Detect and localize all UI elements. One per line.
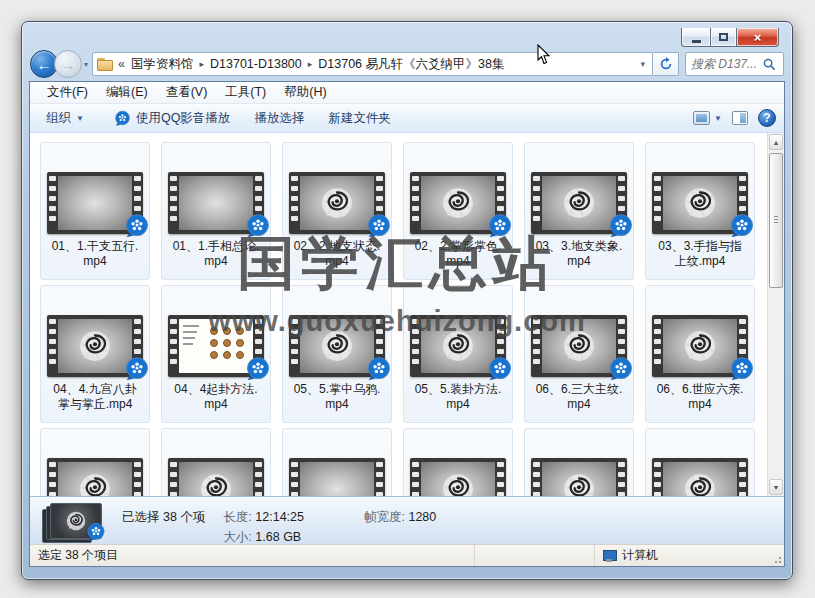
video-thumbnail bbox=[47, 172, 143, 234]
qq-player-badge-icon bbox=[366, 356, 392, 382]
file-name: 04、4.九宫八卦掌与掌丘.mp4 bbox=[42, 382, 148, 412]
spiral-art-icon bbox=[195, 468, 237, 496]
qq-player-badge-icon bbox=[86, 522, 106, 542]
file-item[interactable]: 05、5.装卦方法.mp4 bbox=[403, 285, 513, 423]
file-name: 02、2.地支状态.mp4 bbox=[284, 239, 390, 269]
thumbnail-frame bbox=[179, 462, 253, 496]
thumbnail-frame bbox=[542, 319, 616, 373]
thumbnail-frame bbox=[300, 319, 374, 373]
file-item[interactable]: 03、3.手指与指上纹.mp4 bbox=[645, 142, 755, 280]
refresh-icon bbox=[659, 57, 673, 71]
file-item[interactable]: 02、2.掌形掌色.mp4 bbox=[403, 142, 513, 280]
file-item[interactable]: 03、3.地支类象.mp4 bbox=[524, 142, 634, 280]
file-item[interactable]: 06、6.三大主纹.mp4 bbox=[524, 285, 634, 423]
filmstrip-holes-left bbox=[410, 315, 421, 377]
forward-button[interactable]: → bbox=[54, 50, 82, 78]
scroll-up-button[interactable]: ▲ bbox=[769, 134, 783, 150]
menu-help[interactable]: 帮助(H) bbox=[275, 82, 335, 103]
recent-pages-dropdown[interactable]: ▾ bbox=[84, 60, 88, 69]
menu-view[interactable]: 查看(V) bbox=[157, 82, 217, 103]
resize-grip[interactable] bbox=[772, 554, 782, 564]
file-name: 06、6.世应六亲.mp4 bbox=[647, 382, 753, 412]
video-thumbnail bbox=[531, 315, 627, 377]
selection-properties: 长度: 12:14:25 大小: 1.68 GB 帧宽度: 1280 bbox=[223, 503, 436, 549]
help-button[interactable]: ? bbox=[758, 109, 776, 127]
file-item[interactable]: 01、1.干支五行.mp4 bbox=[40, 142, 150, 280]
command-toolbar: 组织 ▼ 使用QQ影音播放 播放选择 新建文件夹 ▼ ? bbox=[30, 104, 784, 133]
search-box[interactable] bbox=[685, 52, 784, 76]
play-selection-button[interactable]: 播放选择 bbox=[246, 107, 312, 130]
menu-tools[interactable]: 工具(T) bbox=[216, 82, 275, 103]
length-label: 长度: bbox=[223, 510, 251, 524]
menu-edit[interactable]: 编辑(E) bbox=[97, 82, 157, 103]
file-item[interactable] bbox=[645, 428, 755, 496]
file-item[interactable] bbox=[40, 428, 150, 496]
organize-button[interactable]: 组织 ▼ bbox=[38, 107, 92, 130]
explorer-window: × ← → ▾ « 国学资料馆 ▸ D13701-D13800 ▸ D13706… bbox=[21, 21, 793, 580]
filmstrip-holes-left bbox=[47, 458, 58, 496]
thumbnail-frame bbox=[421, 176, 495, 230]
new-folder-button[interactable]: 新建文件夹 bbox=[320, 107, 399, 130]
address-bar[interactable]: « 国学资料馆 ▸ D13701-D13800 ▸ D13706 易凡轩《六爻纳… bbox=[92, 52, 653, 76]
address-dropdown-icon[interactable]: ▾ bbox=[637, 59, 648, 69]
qq-player-badge-icon bbox=[245, 213, 271, 239]
file-name: 01、1.干支五行.mp4 bbox=[42, 239, 148, 269]
thumbnail-frame bbox=[179, 176, 253, 230]
breadcrumb-overflow[interactable]: « bbox=[118, 57, 125, 71]
file-item[interactable]: 05、5.掌中乌鸦.mp4 bbox=[282, 285, 392, 423]
filmstrip-holes-right bbox=[737, 458, 748, 496]
scrollbar-thumb[interactable] bbox=[769, 153, 783, 288]
video-thumbnail bbox=[410, 172, 506, 234]
refresh-button[interactable] bbox=[653, 52, 679, 76]
preview-pane-button[interactable] bbox=[732, 111, 748, 125]
minimize-button[interactable] bbox=[681, 28, 710, 47]
file-item[interactable]: 04、4.九宫八卦掌与掌丘.mp4 bbox=[40, 285, 150, 423]
search-input[interactable] bbox=[691, 57, 763, 71]
file-item[interactable]: 02、2.地支状态.mp4 bbox=[282, 142, 392, 280]
file-item[interactable] bbox=[161, 428, 271, 496]
navigation-bar: ← → ▾ « 国学资料馆 ▸ D13701-D13800 ▸ D13706 易… bbox=[30, 49, 784, 79]
video-thumbnail bbox=[47, 315, 143, 377]
file-grid: 01、1.干支五行.mp4 01、1.手相总论.mp4 02、2.地支状态.mp… bbox=[40, 142, 757, 496]
spiral-art-icon bbox=[558, 325, 600, 367]
filmstrip-holes-left bbox=[168, 458, 179, 496]
views-icon bbox=[693, 111, 710, 125]
chevron-down-icon: ▼ bbox=[714, 114, 722, 123]
qq-player-badge-icon bbox=[729, 213, 755, 239]
selection-stack-icon bbox=[42, 503, 104, 543]
maximize-button[interactable] bbox=[710, 28, 737, 47]
file-item[interactable] bbox=[524, 428, 634, 496]
close-button[interactable]: × bbox=[737, 28, 779, 47]
file-item[interactable] bbox=[403, 428, 513, 496]
file-item[interactable]: 06、6.世应六亲.mp4 bbox=[645, 285, 755, 423]
video-thumbnail bbox=[289, 315, 385, 377]
filmstrip-holes-left bbox=[652, 315, 663, 377]
scroll-down-button[interactable]: ▼ bbox=[769, 479, 783, 495]
video-thumbnail bbox=[410, 458, 506, 496]
status-separator bbox=[474, 545, 594, 566]
breadcrumb-item[interactable]: 国学资料馆 bbox=[131, 56, 194, 73]
filmstrip-holes-right bbox=[374, 458, 385, 496]
chevron-right-icon: ▸ bbox=[308, 59, 313, 69]
file-item[interactable]: 01、1.手相总论.mp4 bbox=[161, 142, 271, 280]
frame-width-label: 帧宽度: bbox=[364, 510, 405, 524]
video-thumbnail bbox=[652, 315, 748, 377]
vertical-scrollbar[interactable]: ▲ ▼ bbox=[767, 133, 784, 496]
thumbnail-frame bbox=[300, 176, 374, 230]
filmstrip-holes-left bbox=[531, 315, 542, 377]
filmstrip-holes-left bbox=[289, 458, 300, 496]
spiral-art-icon bbox=[679, 182, 721, 224]
thumbnail-frame bbox=[663, 319, 737, 373]
filmstrip-holes-left bbox=[289, 315, 300, 377]
change-view-button[interactable]: ▼ bbox=[693, 111, 722, 125]
file-item[interactable]: 04、4起卦方法.mp4 bbox=[161, 285, 271, 423]
menu-file[interactable]: 文件(F) bbox=[38, 82, 97, 103]
play-with-qq-button[interactable]: 使用QQ影音播放 bbox=[106, 107, 238, 130]
video-thumbnail bbox=[652, 458, 748, 496]
thumbnail-frame bbox=[300, 462, 374, 496]
file-item[interactable] bbox=[282, 428, 392, 496]
toolbar-right-group: ▼ ? bbox=[693, 109, 776, 127]
breadcrumb-item[interactable]: D13706 易凡轩《六爻纳甲》38集 bbox=[318, 56, 504, 73]
breadcrumb-item[interactable]: D13701-D13800 bbox=[210, 57, 302, 71]
thumbnail-frame bbox=[663, 176, 737, 230]
